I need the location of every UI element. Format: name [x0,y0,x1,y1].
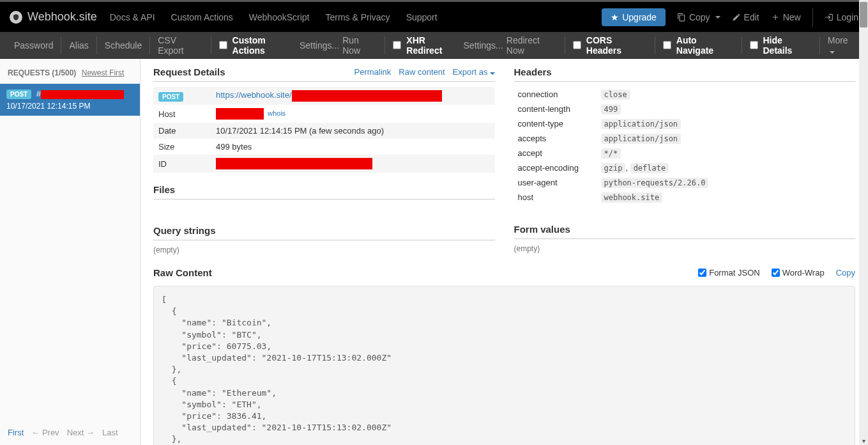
page-next[interactable]: Next → [67,428,95,437]
header-value-cell: gzip, deflate [597,160,856,175]
detail-row-host: Host whois [153,105,495,123]
permalink-link[interactable]: Permalink [354,67,392,77]
export-label: Export as [453,67,488,77]
scrollbar-down-arrow[interactable]: ▾ [859,436,868,445]
xhr-checkbox[interactable] [393,41,401,49]
scrollbar-thumb[interactable] [860,2,867,27]
header-value: gzip [601,163,626,173]
header-row: acceptsapplication/json [514,131,856,146]
raw-content-link[interactable]: Raw content [399,67,445,77]
nav-support[interactable]: Support [406,12,438,22]
form-values-title: Form values [514,224,856,235]
copy-raw-link[interactable]: Copy [836,268,855,277]
export-dropdown[interactable]: Export as [453,67,495,77]
nav-right: ★ Upgrade Copy Edit New Login [602,8,858,27]
header-key: content-length [514,102,597,116]
request-id-redacted [41,90,124,99]
header-row: accept-encodinggzip, deflate [514,160,856,175]
request-time: 10/17/2021 12:14:15 PM [6,102,133,111]
word-wrap-toggle[interactable]: Word-Wrap [772,268,825,277]
form-empty: (empty) [514,244,856,253]
page-last[interactable]: Last [102,428,118,437]
main-panel: Request Details Permalink Raw content Ex… [141,59,868,445]
copy-label: Copy [689,12,710,22]
header-value-cell: close [597,87,856,102]
page-first[interactable]: First [8,428,24,437]
query-empty: (empty) [153,246,495,254]
copy-dropdown[interactable]: Copy [677,12,720,22]
toolbar-schedule[interactable]: Schedule [105,40,142,51]
brand[interactable]: Webhook.site [10,10,97,24]
autonav-label: Auto Navigate [676,35,734,56]
brand-logo-icon [10,11,22,24]
header-value: 499 [601,104,621,114]
run-now[interactable]: Run Now [342,35,377,56]
nav-terms[interactable]: Terms & Privacy [326,12,390,22]
query-strings-title: Query strings [153,225,495,236]
format-json-label: Format JSON [709,268,759,277]
cors-label: CORS Headers [586,35,647,56]
header-value-cell: application/json [597,116,856,131]
header-key: accept-encoding [514,160,597,175]
whois-link[interactable]: whois [268,109,286,117]
header-value: webhook.site [601,192,663,203]
edit-button[interactable]: Edit [732,12,759,22]
date-value: 10/17/2021 12:14:15 PM (a few seconds ag… [211,123,495,139]
divider [153,199,495,199]
files-title: Files [153,184,495,195]
clipboard-icon [677,13,686,22]
header-key: content-type [514,116,597,131]
header-value-cell: */* [597,146,856,160]
nav-custom-actions[interactable]: Custom Actions [171,12,233,22]
nav-docs[interactable]: Docs & API [110,12,155,22]
login-icon [825,13,834,22]
newest-first-link[interactable]: Newest First [82,68,125,77]
main-container: REQUESTS (1/500) Newest First POST # 10/… [0,59,868,445]
autonav-checkbox[interactable] [663,41,671,49]
cors-checkbox[interactable] [573,41,581,49]
hidedetails-checkbox[interactable] [750,41,758,49]
scrollbar[interactable]: ▾ [859,0,868,445]
divider [514,238,856,239]
header-row: content-length499 [514,102,856,116]
format-json-toggle[interactable]: Format JSON [698,268,759,277]
request-details-title: Request Details [153,66,225,77]
header-value: close [601,90,630,100]
login-label: Login [837,12,858,22]
divider [812,8,813,27]
custom-actions-checkbox[interactable] [219,41,227,49]
page-prev[interactable]: ← Prev [31,428,59,437]
header-row: connectionclose [514,87,856,102]
toolbar-alias[interactable]: Alias [69,40,88,51]
custom-actions-settings[interactable]: Settings... [300,40,339,51]
requests-count: REQUESTS (1/500) [8,68,76,77]
xhr-label: XHR Redirect [406,35,460,56]
header-value-cell: webhook.site [597,190,856,205]
request-url[interactable]: https://webhook.site/ [216,90,292,100]
header-value: application/json [601,134,681,144]
header-key: accept [514,146,597,160]
header-value: */* [601,148,621,159]
header-key: accepts [514,131,597,146]
new-button[interactable]: New [771,12,801,22]
upgrade-button[interactable]: ★ Upgrade [602,8,666,26]
xhr-settings[interactable]: Settings... [464,40,503,51]
format-json-checkbox[interactable] [698,269,706,277]
headers-table: connectionclosecontent-length499content-… [514,87,856,205]
nav-webhookscript[interactable]: WebhookScript [249,12,310,22]
toolbar-csv[interactable]: CSV Export [158,35,202,56]
word-wrap-checkbox[interactable] [772,269,780,277]
headers-col: Headers connectionclosecontent-length499… [514,66,856,254]
size-label: Size [153,139,211,155]
raw-content-header: Raw Content Format JSON Word-Wrap Copy [153,267,855,278]
header-value-cell: application/json [597,131,856,146]
more-dropdown[interactable]: More [828,35,854,56]
request-list-item[interactable]: POST # 10/17/2021 12:14:15 PM [0,84,140,116]
caret-icon [715,16,720,19]
toolbar-password[interactable]: Password [14,40,53,51]
hash-prefix: # [36,89,41,98]
login-button[interactable]: Login [825,12,858,22]
redirect-now[interactable]: Redirect Now [506,35,557,56]
divider [153,240,495,240]
date-label: Date [153,123,211,139]
